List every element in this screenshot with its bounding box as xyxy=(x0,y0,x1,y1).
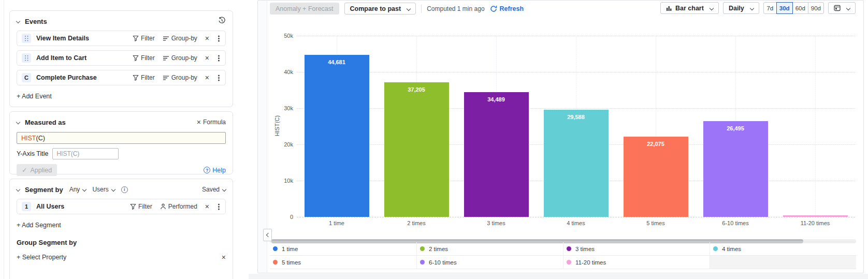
remove-event-button[interactable]: × xyxy=(205,74,209,81)
legend-label: 3 times xyxy=(575,246,595,252)
range-button-30d[interactable]: 30d xyxy=(776,2,793,14)
legend-dot-icon xyxy=(273,260,278,265)
groupby-icon xyxy=(163,55,169,61)
applied-button[interactable]: ✓ Applied xyxy=(17,164,57,176)
compare-to-past-button[interactable]: Compare to past xyxy=(344,3,416,14)
segment-number-badge: 1 xyxy=(22,202,31,211)
segment-row[interactable]: 1 All Users Filter Performed × xyxy=(17,199,226,214)
bar-value-label: 29,588 xyxy=(544,114,609,120)
bar-value-label: 37,205 xyxy=(384,86,449,93)
bar-chart-icon xyxy=(666,5,672,11)
range-button-60d[interactable]: 60d xyxy=(792,2,808,14)
info-icon[interactable]: i xyxy=(121,186,128,193)
bar-2-times[interactable]: 37,205 xyxy=(384,82,449,217)
legend-item-4-times[interactable]: 4 times xyxy=(710,242,856,255)
bar-6-10-times[interactable]: 26,495 xyxy=(703,121,768,217)
filter-button[interactable]: Filter xyxy=(133,74,155,81)
y-tick-label: 20k xyxy=(270,141,293,148)
collapse-panel-button[interactable] xyxy=(263,229,272,241)
add-event-button[interactable]: + Add Event xyxy=(17,93,52,100)
event-row[interactable]: C Complete Purchase Filter Group-by × xyxy=(17,70,226,85)
remove-event-button[interactable]: × xyxy=(205,54,209,62)
chevron-down-icon xyxy=(222,187,226,192)
y-tick-label: 50k xyxy=(270,33,293,39)
legend-item-3-times[interactable]: 3 times xyxy=(563,242,710,255)
plot-area: 44,6811 time37,2052 times34,4893 times29… xyxy=(297,36,855,217)
remove-group-segment-button[interactable]: × xyxy=(222,254,226,261)
legend-dot-icon xyxy=(420,246,425,251)
legend-item-2-times[interactable]: 2 times xyxy=(416,242,563,255)
event-row[interactable]: Add Item to Cart Filter Group-by × xyxy=(17,50,226,66)
legend-item-5-times[interactable]: 5 times xyxy=(270,255,416,269)
x-tick-label: 11-20 times xyxy=(775,220,855,226)
x-tick-label: 6-10 times xyxy=(696,220,775,226)
remove-event-button[interactable]: × xyxy=(205,35,209,42)
legend-item-11-20-times[interactable]: 11-20 times xyxy=(563,255,710,269)
x-tick-label: 2 times xyxy=(377,220,456,226)
legend-item-1-time[interactable]: 1 time xyxy=(270,242,416,255)
legend-label: 2 times xyxy=(429,246,448,252)
help-link[interactable]: ? Help xyxy=(204,167,226,174)
bar-1-time[interactable]: 44,681 xyxy=(305,55,369,217)
range-button-90d[interactable]: 90d xyxy=(808,2,824,14)
chevron-left-icon xyxy=(266,233,270,237)
interval-dropdown[interactable]: Daily xyxy=(723,2,759,14)
y-tick-label: 40k xyxy=(270,69,293,75)
anomaly-forecast-button[interactable]: Anomaly + Forecast xyxy=(270,3,339,14)
more-options-button[interactable] xyxy=(218,206,220,208)
remove-formula-button[interactable]: × Formula xyxy=(197,119,226,126)
add-segment-button[interactable]: + Add Segment xyxy=(17,222,61,229)
filter-button[interactable]: Filter xyxy=(130,203,152,210)
funnel-icon xyxy=(130,203,136,210)
chevron-down-icon[interactable] xyxy=(16,19,20,23)
bar-value-label: 26,495 xyxy=(703,125,768,131)
legend-label: 6-10 times xyxy=(429,259,457,266)
chart-type-dropdown[interactable]: Bar chart xyxy=(660,2,719,14)
legend-dot-icon xyxy=(567,260,571,265)
filter-button[interactable]: Filter xyxy=(133,54,155,62)
filter-button[interactable]: Filter xyxy=(133,35,155,42)
drag-handle[interactable] xyxy=(22,53,31,63)
users-dropdown[interactable]: Users xyxy=(92,186,114,193)
remove-segment-button[interactable]: × xyxy=(205,203,209,210)
x-tick-label: 3 times xyxy=(456,220,536,226)
any-dropdown[interactable]: Any xyxy=(69,186,86,193)
chevron-down-icon xyxy=(82,187,86,192)
more-options-button[interactable] xyxy=(218,57,220,59)
x-tick-label: 4 times xyxy=(536,220,616,226)
saved-dropdown[interactable]: Saved xyxy=(202,186,226,193)
bar-4-times[interactable]: 29,588 xyxy=(544,110,609,217)
computed-status: Computed 1 min ago xyxy=(427,5,484,12)
chevron-down-icon[interactable] xyxy=(16,187,20,192)
bar-3-times[interactable]: 34,489 xyxy=(464,92,529,217)
legend-item-6-10-times[interactable]: 6-10 times xyxy=(416,255,563,269)
legend-empty-cell xyxy=(710,255,856,269)
groupby-button[interactable]: Group-by xyxy=(163,74,197,81)
groupby-button[interactable]: Group-by xyxy=(163,54,197,62)
bar-11-20-times[interactable] xyxy=(783,215,848,217)
legend-dot-icon xyxy=(420,260,425,265)
more-options-button[interactable] xyxy=(218,77,220,79)
more-options-button[interactable] xyxy=(218,38,220,39)
refresh-button[interactable]: Refresh xyxy=(490,5,524,12)
formula-input[interactable]: HIST(C) xyxy=(17,132,226,144)
performed-button[interactable]: Performed xyxy=(160,203,197,210)
events-card: Events View Item Details Filter Group-by… xyxy=(9,10,233,107)
range-button-7d[interactable]: 7d xyxy=(763,2,777,14)
groupby-icon xyxy=(163,36,169,41)
date-picker-dropdown[interactable] xyxy=(828,2,856,14)
chevron-down-icon[interactable] xyxy=(16,120,20,124)
chevron-down-icon xyxy=(710,6,714,10)
event-name: Add Item to Cart xyxy=(36,54,86,62)
drag-handle[interactable] xyxy=(22,34,31,43)
select-property-button[interactable]: + Select Property xyxy=(17,254,66,261)
segment-name: All Users xyxy=(36,203,64,210)
funnel-icon xyxy=(133,35,139,41)
groupby-button[interactable]: Group-by xyxy=(163,35,197,42)
bar-5-times[interactable]: 22,075 xyxy=(624,137,688,217)
legend-label: 1 time xyxy=(282,246,298,252)
date-range-segmented-control: 7d30d60d90d xyxy=(763,2,824,14)
history-icon[interactable] xyxy=(218,17,226,26)
event-row[interactable]: View Item Details Filter Group-by × xyxy=(17,31,226,46)
yaxis-title-input[interactable] xyxy=(52,148,119,159)
